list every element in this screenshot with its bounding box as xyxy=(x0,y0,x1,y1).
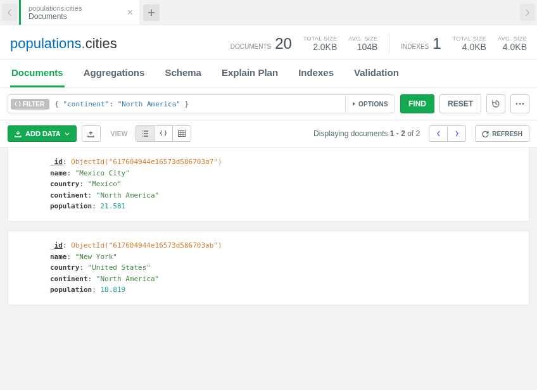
upload-icon xyxy=(87,130,94,137)
reset-button[interactable]: RESET xyxy=(439,94,481,113)
more-button[interactable] xyxy=(510,94,529,113)
download-icon xyxy=(15,130,22,137)
new-tab-button[interactable] xyxy=(143,4,160,21)
add-data-button[interactable]: ADD DATA xyxy=(8,125,77,142)
history-button[interactable] xyxy=(486,94,505,113)
tab-explain-plan[interactable]: Explain Plan xyxy=(220,60,279,87)
tab-aggregations[interactable]: Aggregations xyxy=(82,60,146,87)
view-label: VIEW xyxy=(111,130,128,137)
options-button[interactable]: OPTIONS xyxy=(345,95,395,113)
ellipsis-icon xyxy=(515,103,524,105)
find-button[interactable]: FIND xyxy=(400,94,434,113)
collection-title: populations.cities xyxy=(10,35,117,52)
collection-header: populations.cities DOCUMENTS 20 TOTAL SI… xyxy=(0,25,537,60)
table-icon xyxy=(178,130,186,137)
idx-total-size-value: 4.0KB xyxy=(453,42,486,52)
chevron-right-icon xyxy=(455,130,459,137)
database-name: populations xyxy=(10,35,82,51)
tab-nav-next[interactable] xyxy=(520,4,535,21)
document-card[interactable]: _id: ObjectId("617604944e16573d586703a7"… xyxy=(8,148,529,222)
total-size-label: TOTAL SIZE xyxy=(303,35,337,42)
export-button[interactable] xyxy=(82,125,101,142)
tab-schema[interactable]: Schema xyxy=(163,60,203,87)
page-prev-button[interactable] xyxy=(429,125,448,142)
tab-indexes[interactable]: Indexes xyxy=(297,60,335,87)
tab-bar: populations.cities Documents × xyxy=(0,0,537,25)
tab-title: populations.cities xyxy=(28,4,132,12)
tab-collection[interactable]: populations.cities Documents × xyxy=(19,0,139,25)
svg-point-1 xyxy=(519,103,521,105)
svg-rect-3 xyxy=(178,131,185,137)
total-size-value: 2.0KB xyxy=(303,42,337,52)
documents-toolbar: ADD DATA VIEW Displaying documents 1 - 2… xyxy=(0,120,537,148)
chevron-left-icon xyxy=(436,130,441,137)
view-list-button[interactable] xyxy=(136,125,155,142)
tab-nav-prev[interactable] xyxy=(2,4,17,21)
idx-avg-size-label: AVG. SIZE xyxy=(498,35,527,42)
idx-avg-size-value: 4.0KB xyxy=(498,42,527,52)
documents-count: 20 xyxy=(275,36,292,51)
section-tabs: Documents Aggregations Schema Explain Pl… xyxy=(0,60,537,88)
document-list: _id: ObjectId("617604944e16573d586703a7"… xyxy=(0,148,537,390)
refresh-button[interactable]: REFRESH xyxy=(475,125,529,142)
braces-icon xyxy=(160,130,167,137)
indexes-count: 1 xyxy=(433,36,441,51)
tab-documents[interactable]: Documents xyxy=(10,60,65,87)
list-icon xyxy=(141,130,149,137)
avg-size-value: 104B xyxy=(348,42,377,52)
divider xyxy=(389,34,389,54)
close-icon[interactable]: × xyxy=(127,7,133,18)
refresh-icon xyxy=(482,130,489,137)
filter-input[interactable]: { "continent": "North America" } xyxy=(49,100,345,108)
query-bar: FILTER { "continent": "North America" } … xyxy=(0,88,537,120)
document-count-label: Displaying documents 1 - 2 of 2 xyxy=(313,129,420,138)
code-icon xyxy=(15,101,21,107)
pager xyxy=(429,125,466,142)
collection-name: cities xyxy=(85,35,117,51)
documents-label: DOCUMENTS xyxy=(231,43,271,50)
idx-total-size-label: TOTAL SIZE xyxy=(453,35,486,42)
collection-stats: DOCUMENTS 20 TOTAL SIZE 2.0KB AVG. SIZE … xyxy=(231,34,527,54)
view-json-button[interactable] xyxy=(154,125,173,142)
indexes-label: INDEXES xyxy=(401,43,429,50)
avg-size-label: AVG. SIZE xyxy=(348,35,377,42)
history-icon xyxy=(491,99,500,108)
svg-point-2 xyxy=(522,103,524,105)
filter-input-wrap[interactable]: FILTER { "continent": "North America" } … xyxy=(8,94,395,113)
filter-badge: FILTER xyxy=(11,99,49,110)
view-toggle xyxy=(136,125,191,142)
document-card[interactable]: _id: ObjectId("617604944e16573d586703ab"… xyxy=(8,231,529,305)
tab-subtitle: Documents xyxy=(28,12,132,21)
svg-point-0 xyxy=(516,103,518,105)
tab-validation[interactable]: Validation xyxy=(353,60,400,87)
page-next-button[interactable] xyxy=(447,125,466,142)
caret-down-icon xyxy=(65,132,70,136)
view-table-button[interactable] xyxy=(172,125,191,142)
caret-right-icon xyxy=(352,101,356,106)
